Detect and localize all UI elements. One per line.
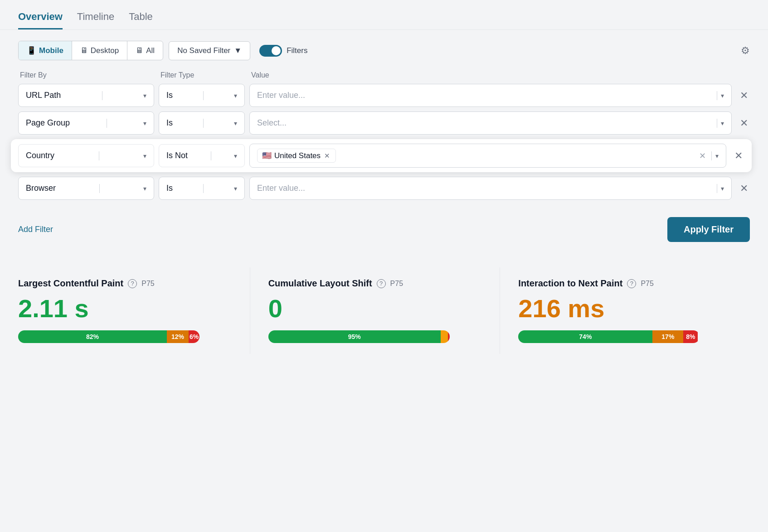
help-icon-lcp[interactable]: ? [128, 279, 137, 288]
chevron-down-icon: ▾ [234, 185, 237, 192]
metric-lcp-value: 2.11 s [18, 296, 250, 321]
metric-cls-title: Cumulative Layout Shift [268, 278, 372, 289]
divider [99, 151, 99, 160]
filter-type-select-4[interactable]: Is ▾ [159, 177, 245, 200]
filter-area: Filter By Filter Type Value URL Path ▾ I… [0, 68, 768, 212]
chevron-down-icon: ▼ [234, 46, 242, 55]
device-mobile-label: Mobile [39, 46, 63, 55]
divider [711, 151, 712, 160]
device-all-button[interactable]: 🖥 All [127, 41, 163, 60]
divider [107, 119, 107, 128]
tab-overview[interactable]: Overview [18, 11, 63, 29]
progress-seg-needs: 12% [167, 330, 189, 343]
device-desktop-label: Desktop [91, 46, 119, 55]
metric-lcp: Largest Contentful Paint ? P75 2.11 s 82… [18, 267, 250, 354]
gear-icon[interactable]: ⚙ [741, 45, 750, 57]
filter-by-value-2: Page Group [26, 118, 70, 128]
remove-filter-2-button[interactable]: ✕ [738, 116, 750, 131]
divider [102, 91, 102, 100]
metric-inp-value: 216 ms [518, 296, 750, 321]
filter-row-2: Page Group ▾ Is ▾ Select... ▾ ✕ [18, 111, 750, 135]
metric-inp-badge: P75 [641, 280, 653, 288]
remove-filter-3-button[interactable]: ✕ [733, 148, 744, 164]
chevron-down-icon: ▾ [715, 152, 719, 160]
divider [717, 184, 717, 193]
label-filter-by: Filter By [20, 71, 160, 79]
filter-value-placeholder-2: Select... [257, 118, 287, 128]
metric-inp-progress: 74% 17% 8% [518, 330, 700, 343]
filter-by-select-1[interactable]: URL Path ▾ [18, 84, 154, 107]
help-icon-cls[interactable]: ? [377, 279, 386, 288]
filters-toggle-switch[interactable] [259, 45, 282, 57]
filter-by-value-3: Country [26, 151, 54, 160]
progress-seg-needs [441, 330, 448, 343]
chevron-down-icon: ▾ [143, 185, 146, 192]
filter-value-select-4[interactable]: Enter value... ▾ [249, 177, 732, 200]
device-mobile-button[interactable]: 📱 Mobile [19, 41, 72, 60]
filter-labels-row: Filter By Filter Type Value [18, 71, 750, 79]
filter-by-select-4[interactable]: Browser ▾ [18, 177, 154, 200]
filters-label: Filters [287, 46, 307, 55]
metric-cls-value: 0 [268, 296, 500, 321]
desktop-icon: 🖥 [80, 46, 88, 55]
tag-remove-button[interactable]: ✕ [323, 152, 331, 160]
metric-cls-header: Cumulative Layout Shift ? P75 [268, 278, 500, 289]
tabs-bar: Overview Timeline Table [0, 0, 768, 30]
help-icon-inp[interactable]: ? [627, 279, 636, 288]
device-desktop-button[interactable]: 🖥 Desktop [72, 41, 127, 60]
filter-by-select-3[interactable]: Country ▾ [18, 144, 154, 167]
filter-value-placeholder-1: Enter value... [257, 91, 305, 100]
metric-inp: Interaction to Next Paint ? P75 216 ms 7… [500, 267, 750, 354]
metric-cls-badge: P75 [390, 280, 403, 288]
clear-value-button[interactable]: ✕ [697, 151, 708, 161]
divider [99, 184, 100, 193]
metric-lcp-title: Largest Contentful Paint [18, 278, 123, 289]
filter-by-value-4: Browser [26, 184, 56, 193]
metric-lcp-header: Largest Contentful Paint ? P75 [18, 278, 250, 289]
tab-table[interactable]: Table [129, 11, 153, 29]
metric-cls-progress: 95% [268, 330, 450, 343]
remove-filter-1-button[interactable]: ✕ [738, 88, 750, 103]
filter-row-3: Country ▾ Is Not ▾ 🇺🇸 United States ✕ ✕ … [11, 139, 752, 172]
filters-toggle: Filters [259, 45, 307, 57]
filter-value-select-2[interactable]: Select... ▾ [249, 111, 732, 135]
filter-type-select-1[interactable]: Is ▾ [159, 84, 245, 107]
remove-filter-4-button[interactable]: ✕ [738, 181, 750, 196]
metrics-area: Largest Contentful Paint ? P75 2.11 s 82… [0, 253, 768, 354]
filter-value-field-3[interactable]: 🇺🇸 United States ✕ ✕ ▾ [249, 144, 726, 168]
chevron-down-icon: ▾ [234, 92, 237, 99]
chevron-down-icon: ▾ [721, 120, 724, 127]
tab-timeline[interactable]: Timeline [77, 11, 114, 29]
all-icon: 🖥 [136, 46, 143, 55]
saved-filter-button[interactable]: No Saved Filter ▼ [169, 41, 250, 60]
progress-seg-good: 74% [518, 330, 652, 343]
divider [203, 184, 204, 193]
progress-seg-good: 82% [18, 330, 167, 343]
filter-type-value-1: Is [166, 91, 173, 100]
progress-seg-good: 95% [268, 330, 441, 343]
add-filter-button[interactable]: Add Filter [18, 225, 53, 234]
chevron-down-icon: ▾ [234, 152, 237, 160]
saved-filter-label: No Saved Filter [177, 46, 230, 55]
filter-type-select-3[interactable]: Is Not ▾ [159, 144, 245, 167]
metric-inp-header: Interaction to Next Paint ? P75 [518, 278, 750, 289]
filter-value-select-1[interactable]: Enter value... ▾ [249, 84, 732, 107]
apply-filter-button[interactable]: Apply Filter [667, 217, 750, 242]
divider [717, 119, 717, 128]
chevron-down-icon: ▾ [143, 92, 146, 99]
metric-lcp-progress: 82% 12% 6% [18, 330, 199, 343]
divider [717, 91, 717, 100]
divider [203, 119, 204, 128]
filter-type-select-2[interactable]: Is ▾ [159, 111, 245, 135]
device-group: 📱 Mobile 🖥 Desktop 🖥 All [18, 41, 163, 60]
divider [203, 91, 204, 100]
filter-by-select-2[interactable]: Page Group ▾ [18, 111, 154, 135]
flag-icon: 🇺🇸 [262, 151, 272, 160]
tag-label: United States [274, 151, 321, 160]
filter-row-1: URL Path ▾ Is ▾ Enter value... ▾ ✕ [18, 84, 750, 107]
chevron-down-icon: ▾ [721, 185, 724, 192]
metric-lcp-badge: P75 [141, 280, 154, 288]
filter-type-value-2: Is [166, 118, 173, 128]
filter-value-placeholder-4: Enter value... [257, 184, 305, 193]
filter-type-value-3: Is Not [166, 151, 188, 160]
